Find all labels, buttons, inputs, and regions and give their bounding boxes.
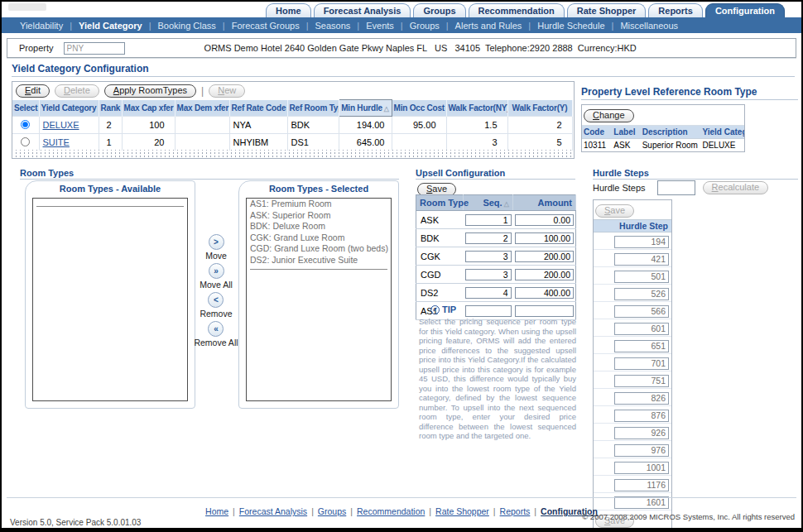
sort-asc-icon: △ [382,105,389,113]
tab-home[interactable]: Home [266,3,311,17]
hurdle-step-input[interactable] [614,357,669,370]
amount-input[interactable] [515,251,575,262]
move-icon: > [209,234,224,250]
available-listbox[interactable] [32,198,188,401]
apply-roomtypes-button[interactable]: Apply RoomTypes [104,84,196,98]
subnav-item-seasons[interactable]: Seasons [309,21,358,31]
new-button[interactable]: New [209,84,245,98]
column-header-yield-category[interactable]: Yield Category [39,100,99,117]
ref-room-box: Change CodeLabelDescriptionYield Categor… [581,104,745,152]
subnav-item-groups[interactable]: Groups [403,21,446,31]
hurdle-step-row [594,337,671,354]
delete-button[interactable]: Delete [55,84,99,98]
column-header-walk-factor-y[interactable]: Walk Factor(Y) [507,100,572,117]
hurdle-step-input[interactable] [614,462,669,474]
list-item[interactable]: AS1: Premium Room [247,199,391,210]
seq-input[interactable] [465,287,512,299]
column-header-max-cap-xfer[interactable]: Max Cap xfer [122,100,175,117]
column-header-ref-rate-code[interactable]: Ref Rate Code [229,100,287,117]
hurdle-step-input[interactable] [614,305,669,318]
column-header-select[interactable]: Select [12,100,39,117]
tab-forecast-analysis[interactable]: Forecast Analysis [314,3,411,17]
tab-rate-shopper[interactable]: Rate Shopper [567,3,647,17]
hurdle-save-top-button[interactable]: Save [595,204,634,218]
list-item[interactable]: ASK: Superior Room [247,210,391,222]
tab-recommendation[interactable]: Recommendation [469,3,565,17]
move-all-button[interactable]: »Move All [200,263,233,290]
move-button[interactable]: >Move [205,234,227,261]
column-header-ref-room-type[interactable]: Ref Room Type [287,100,339,117]
amount-input[interactable] [515,287,575,299]
change-button[interactable]: Change [584,109,634,122]
amount-input[interactable] [515,214,575,226]
hurdle-step-input[interactable] [614,444,669,457]
subnav-item-forecast-groups[interactable]: Forecast Groups [225,21,306,31]
footer-link-forecast-analysis[interactable]: Forecast Analysis [239,506,307,516]
tab-reports[interactable]: Reports [648,3,703,17]
subnav-item-hurdle-schedule[interactable]: Hurdle Schedule [531,21,611,31]
hurdle-step-input[interactable] [614,375,669,387]
footer-link-home[interactable]: Home [205,506,228,516]
amount-input[interactable] [515,269,575,280]
selected-listbox[interactable]: AS1: Premium RoomASK: Superior RoomBDK: … [246,198,392,401]
hurdle-step-input[interactable] [614,340,669,352]
remove-all-button[interactable]: «Remove All [194,321,238,347]
hurdle-step-input[interactable] [614,271,669,283]
column-header-min-hurdle[interactable]: Min Hurdle △ [339,100,392,117]
footer-link-groups[interactable]: Groups [318,506,346,516]
yield-row-radio[interactable] [21,120,30,129]
ref-column-code: Code [582,126,612,139]
subnav-item-yield-category[interactable]: Yield Category [72,21,149,31]
hurdle-step-input[interactable] [614,236,669,248]
footer-link-reports[interactable]: Reports [500,506,531,516]
hurdle-step-row [594,476,671,493]
upsell-column-seq[interactable]: Seq. △ [464,195,513,211]
hurdle-step-input[interactable] [614,427,669,439]
yield-category-link[interactable]: DELUXE [43,120,79,130]
list-item[interactable]: CGK: Grand Luxe Room [247,232,391,244]
footer-link-recommendation[interactable]: Recommendation [357,506,425,516]
hurdle-step-input[interactable] [614,323,669,335]
main-tabbar: HomeForecast AnalysisGroupsRecommendatio… [266,3,785,17]
property-input[interactable] [64,42,125,55]
hurdle-step-input[interactable] [614,253,669,266]
hurdle-step-input[interactable] [614,288,669,300]
amount-input[interactable] [515,232,575,244]
column-header-max-dem-xfer[interactable]: Max Dem xfer [175,100,229,117]
hurdle-step-row [594,232,671,250]
recalculate-button[interactable]: Recalculate [703,181,769,194]
subnav-item-booking-class[interactable]: Booking Class [151,21,223,31]
subnav-item-events[interactable]: Events [359,21,401,31]
hurdle-step-input[interactable] [614,410,669,422]
column-header-rank[interactable]: Rank [99,100,122,117]
hurdle-step-input[interactable] [614,479,669,491]
column-header-min-occ-cost[interactable]: Min Occ Cost [392,100,446,117]
remove-button[interactable]: <Remove [200,292,232,319]
cell-rank: 2 [99,117,122,134]
upsell-amount-cell [513,247,576,266]
cell-min-occ-cost [392,134,446,151]
list-item[interactable]: BDK: Deluxe Room [247,221,391,232]
seq-input[interactable] [465,232,512,244]
property-bar: Property ORMS Demo Hotel 2640 Golden Gat… [7,38,796,58]
select-cell [12,117,39,134]
list-item[interactable]: CGD: Grand Luxe Room (two beds) [247,243,391,255]
subnav-item-yieldability[interactable]: Yieldability [13,21,70,31]
subnav-item-alerts-and-rules[interactable]: Alerts and Rules [449,21,529,31]
tab-groups[interactable]: Groups [413,3,465,17]
list-item[interactable]: DS2: Junior Executive Suite [247,255,391,266]
column-header-walk-factor-ny[interactable]: Walk Factor(NY) [446,100,507,117]
seq-input[interactable] [465,269,512,280]
seq-input[interactable] [465,214,512,226]
footer-separator: | [311,506,314,516]
seq-input[interactable] [465,251,512,262]
yield-category-link[interactable]: SUITE [43,137,70,147]
hurdle-step-input[interactable] [614,392,669,405]
subnav-item-miscellaneous[interactable]: Miscellaneous [613,21,685,31]
tab-configuration[interactable]: Configuration [705,3,785,17]
footer-link-rate-shopper[interactable]: Rate Shopper [435,506,489,516]
edit-button[interactable]: Edit [16,84,50,98]
available-panel: Room Types - Available [25,180,195,409]
hurdle-steps-input[interactable] [657,180,695,195]
yield-row-radio[interactable] [21,137,30,146]
